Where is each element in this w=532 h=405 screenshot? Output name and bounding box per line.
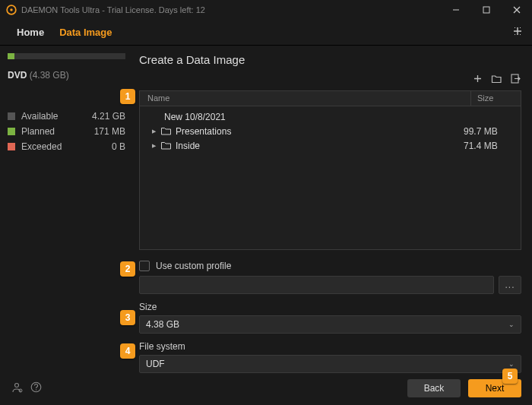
file-row[interactable]: New 10/8/2021: [140, 109, 521, 124]
close-button[interactable]: [502, 0, 532, 20]
custom-profile-label: Use custom profile: [156, 261, 231, 271]
swatch-planned-icon: [8, 128, 15, 135]
file-header: Name Size: [140, 91, 521, 106]
file-row[interactable]: ▶ Inside 71.4 MB: [140, 138, 521, 153]
svg-point-10: [36, 389, 36, 390]
folder-icon[interactable]: [491, 73, 502, 84]
legend-planned: Planned 171 MB: [8, 126, 125, 137]
tab-home[interactable]: Home: [9, 27, 52, 38]
chevron-down-icon: ⌄: [508, 360, 515, 368]
callout-2: 2: [120, 261, 135, 277]
file-body[interactable]: New 10/8/2021 ▶ Presentations 99.7 MB ▶ …: [140, 106, 521, 249]
svg-rect-3: [483, 7, 489, 13]
usage-bar-planned: [8, 53, 14, 59]
app-logo-icon: [6, 5, 17, 15]
disc-info: DVD (4.38 GB): [8, 70, 125, 81]
callout-5: 5: [502, 369, 518, 384]
svg-point-1: [10, 8, 13, 11]
disc-type: DVD: [8, 70, 27, 81]
filesystem-select[interactable]: UDF ⌄: [139, 355, 521, 373]
legend-available: Available 4.21 GB: [8, 111, 125, 122]
tab-data-image[interactable]: Data Image: [52, 27, 119, 38]
swatch-exceeded-icon: [8, 143, 15, 150]
sidebar: DVD (4.38 GB) Available 4.21 GB Planned …: [0, 46, 133, 405]
custom-profile-block: Use custom profile ... Size 4.38 GB ⌄ Fi…: [139, 261, 521, 373]
legend-exceeded: Exceeded 0 B: [8, 141, 125, 152]
folder-icon: [161, 141, 172, 150]
size-select[interactable]: 4.38 GB ⌄: [139, 315, 521, 334]
add-icon[interactable]: [472, 73, 483, 84]
footer: Back Next: [0, 379, 532, 397]
callout-3: 3: [120, 310, 135, 325]
size-label: Size: [139, 302, 521, 312]
content: Create a Data Image Name Size New 10/8/2…: [133, 46, 532, 405]
browse-button[interactable]: ...: [499, 276, 521, 294]
maximize-button[interactable]: [471, 0, 502, 20]
folder-icon: [161, 127, 172, 136]
col-name[interactable]: Name: [140, 91, 471, 106]
svg-point-7: [15, 383, 19, 387]
help-icon[interactable]: [30, 381, 42, 395]
callout-1: 1: [120, 89, 135, 104]
disc-capacity: (4.38 GB): [30, 70, 69, 81]
fs-label: File system: [139, 341, 521, 352]
minimize-button[interactable]: [441, 0, 471, 20]
window-title: DAEMON Tools Ultra - Trial License. Days…: [21, 5, 441, 14]
content-toolbar: [472, 73, 521, 84]
callout-4: 4: [120, 343, 135, 359]
col-size[interactable]: Size: [471, 91, 521, 106]
file-panel: Name Size New 10/8/2021 ▶ Presentations …: [139, 90, 521, 250]
expand-icon[interactable]: ▶: [152, 128, 158, 134]
title-bar: DAEMON Tools Ultra - Trial License. Days…: [0, 0, 532, 20]
chevron-down-icon: ⌄: [508, 321, 515, 328]
file-row[interactable]: ▶ Presentations 99.7 MB: [140, 124, 521, 138]
nav-tabs: Home Data Image: [0, 20, 532, 46]
page-title: Create a Data Image: [139, 53, 521, 66]
usage-bar: [8, 53, 125, 59]
expand-icon[interactable]: ▶: [152, 143, 158, 149]
custom-profile-checkbox[interactable]: [139, 261, 150, 271]
swatch-available-icon: [8, 112, 15, 120]
add-tab-button[interactable]: [512, 26, 523, 39]
user-icon[interactable]: [11, 381, 23, 396]
import-icon[interactable]: [510, 73, 521, 84]
profile-path-input[interactable]: [139, 276, 494, 294]
back-button[interactable]: Back: [407, 379, 461, 397]
